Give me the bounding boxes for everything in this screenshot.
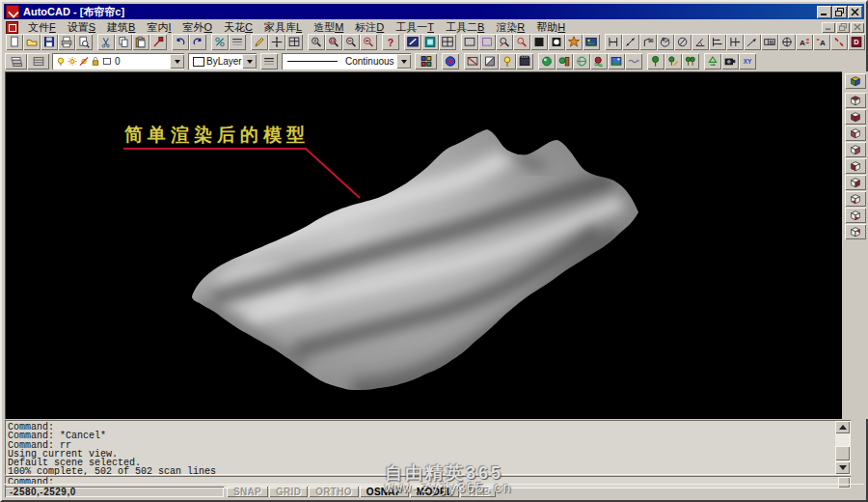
dim-continue-button[interactable] (726, 34, 744, 50)
statistics-button[interactable] (721, 53, 739, 70)
open-button[interactable] (23, 34, 41, 50)
menu-建筑[interactable]: 建筑B (101, 20, 141, 34)
menu-室内[interactable]: 室内I (141, 20, 176, 34)
materials-button[interactable] (538, 53, 556, 70)
hide-button[interactable] (464, 53, 481, 70)
dim-update-button[interactable] (830, 34, 848, 50)
menu-渲染[interactable]: 渲染R (490, 20, 530, 34)
launch-browser-button[interactable] (211, 34, 229, 50)
dim-baseline-button[interactable] (709, 34, 726, 50)
cut-button[interactable] (97, 34, 115, 50)
render-preferences-button[interactable] (442, 53, 459, 70)
pencil-edit-button[interactable] (251, 34, 268, 50)
linetype-button[interactable] (260, 53, 278, 70)
dim-edit-button[interactable]: A (796, 34, 813, 50)
view-right-button[interactable] (845, 142, 866, 157)
toggle-snap[interactable]: SNAP (227, 486, 268, 497)
minimize-button[interactable] (817, 6, 831, 18)
draw-order-button[interactable] (404, 34, 421, 50)
shade-button[interactable] (481, 53, 499, 70)
doc-minimize-button[interactable] (822, 22, 835, 33)
scroll-down-icon[interactable] (835, 461, 850, 474)
zoom-previous-button[interactable] (360, 34, 377, 50)
doc-close-button[interactable] (851, 22, 864, 33)
object-properties-button[interactable] (415, 53, 437, 70)
dim-diameter-button[interactable] (674, 34, 692, 50)
mapping-button[interactable] (573, 53, 590, 70)
view-back-button[interactable] (845, 175, 866, 190)
menu-家具库[interactable]: 家具库L (258, 20, 308, 34)
image-attach-button[interactable] (583, 34, 600, 50)
zoom-realtime-button[interactable]: ± (308, 34, 325, 50)
view-left-button[interactable] (845, 126, 866, 141)
menu-工具一[interactable]: 工具一T (390, 20, 440, 34)
solid-fill-button[interactable] (530, 34, 548, 50)
view-iso-se-button[interactable] (845, 208, 866, 223)
dim-style-button[interactable]: D (848, 34, 865, 50)
view-iso-ne-button[interactable] (845, 224, 866, 239)
zoom-out-button[interactable] (342, 34, 360, 50)
print-preview-button[interactable] (75, 34, 93, 50)
menu-天花[interactable]: 天花C (218, 20, 258, 34)
toggle-grid[interactable]: GRID (269, 486, 308, 497)
background-button[interactable] (608, 53, 625, 70)
zoom-window-button[interactable] (325, 34, 342, 50)
toggle-ortho[interactable]: ORTHO (309, 486, 359, 497)
menu-标注[interactable]: 标注D (349, 20, 390, 34)
scenes-button[interactable] (516, 53, 533, 70)
dim-ordinate-button[interactable]: 90 (639, 34, 657, 50)
donut-button[interactable] (548, 34, 565, 50)
menu-造型[interactable]: 造型M (308, 20, 349, 34)
materials-library-button[interactable] (556, 53, 573, 70)
dim-angular-button[interactable] (692, 34, 709, 50)
toggle-model[interactable]: MODEL (410, 486, 460, 497)
layers-button[interactable] (5, 53, 27, 70)
fog-button[interactable] (590, 53, 608, 70)
layer-combo[interactable]: 0 (52, 53, 184, 70)
menu-文件[interactable]: 文件F (22, 20, 62, 34)
layer-manager-button[interactable] (27, 53, 49, 70)
menu-工具二[interactable]: 工具二B (440, 20, 490, 34)
render-burst-button[interactable] (565, 34, 583, 50)
toggle-tile[interactable]: TILE (460, 486, 496, 497)
zoom-scale-button[interactable] (513, 34, 530, 50)
drawing-area[interactable]: 简单渲染后的模型 (5, 71, 842, 419)
undo-button[interactable] (172, 34, 189, 50)
color-combo-dropdown-icon[interactable] (242, 54, 257, 69)
linetype-combo-dropdown-icon[interactable] (396, 54, 411, 69)
layer-combo-dropdown-icon[interactable] (170, 54, 184, 69)
linetype-manager-button[interactable] (229, 34, 246, 50)
restore-button[interactable] (832, 6, 847, 18)
save-button[interactable] (41, 34, 58, 50)
color-combo[interactable]: ByLayer (188, 53, 257, 70)
doc-restore-button[interactable] (836, 22, 850, 33)
landscape-edit-button[interactable] (665, 53, 682, 70)
match-properties-button[interactable] (149, 34, 167, 50)
view-front-button[interactable] (845, 158, 866, 174)
print-button[interactable] (58, 34, 75, 50)
help-button[interactable]: ? (382, 34, 399, 50)
dim-radius-button[interactable]: R (657, 34, 674, 50)
dim-linear-button[interactable] (605, 34, 622, 50)
viewport-rect-button[interactable] (461, 34, 478, 50)
menu-设置[interactable]: 设置S (62, 20, 101, 34)
dim-aligned-button[interactable] (622, 34, 639, 50)
xy-button[interactable]: XY (739, 53, 756, 70)
recycle-button[interactable] (704, 53, 721, 70)
view-bottom-button[interactable] (845, 109, 866, 125)
paste-button[interactable] (132, 34, 149, 50)
zoom-dynamic-button[interactable] (496, 34, 513, 50)
dim-center-mark-button[interactable] (778, 34, 796, 50)
new-button[interactable] (6, 34, 23, 50)
viewports-button[interactable] (439, 34, 456, 50)
command-history[interactable]: Command:Command: *Cancel*Command: rrUsin… (5, 420, 851, 475)
scroll-up-icon[interactable] (835, 421, 850, 433)
selection-window-button[interactable] (478, 34, 496, 50)
dim-tolerance-button[interactable]: 80 (761, 34, 778, 50)
view-top-button[interactable] (845, 93, 866, 108)
linetype-combo[interactable]: Continuous (282, 53, 411, 70)
landscape-new-button[interactable] (647, 53, 665, 70)
close-button[interactable] (848, 6, 862, 18)
redo-button[interactable] (189, 34, 206, 50)
command-scrollbar[interactable] (835, 421, 850, 474)
